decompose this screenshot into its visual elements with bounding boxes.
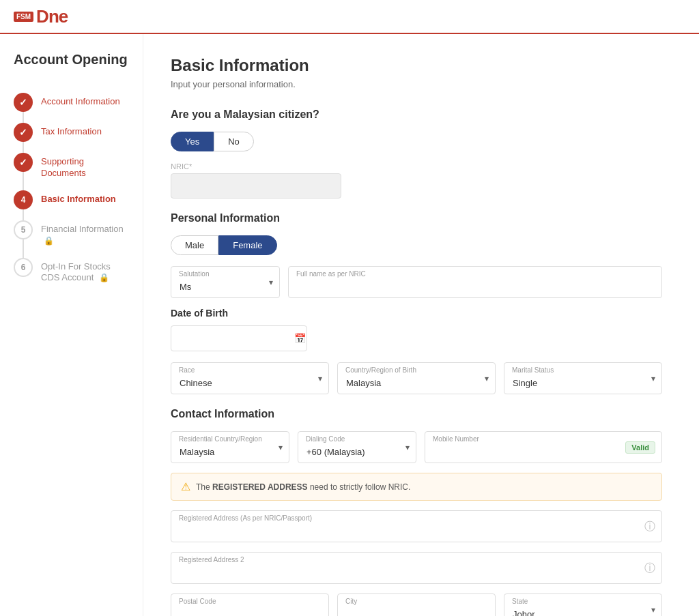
reg-address-label: Registered Address (As per NRIC/Passport…: [179, 514, 312, 522]
header: FSM Dne: [0, 0, 699, 34]
residential-country-field: Residential Country/Region Malaysia Sing…: [171, 431, 289, 463]
step-circle-4: 4: [14, 190, 33, 209]
fullname-label: Full name as per NRIC: [296, 270, 366, 278]
reg-address2-label: Registered Address 2: [179, 556, 244, 563]
race-country-marital-row: Race Chinese Malay Indian Others ▾ Count…: [171, 362, 662, 394]
warning-icon: ⚠: [181, 480, 190, 493]
step-label-5: Financial Information 🔒: [41, 220, 129, 247]
city-input[interactable]: [337, 593, 496, 616]
sidebar-item-financial-information: 5 Financial Information 🔒: [14, 215, 129, 252]
city-field: City: [337, 593, 496, 616]
dialing-code-field: Dialing Code +60 (Malaysia) +65 (Singapo…: [298, 431, 416, 463]
mobile-field-wrap: Mobile Number Valid: [425, 431, 662, 463]
logo-one-text: Dne: [36, 6, 68, 27]
country-birth-field: Country/Region of Birth Malaysia Singapo…: [337, 362, 496, 394]
race-field: Race Chinese Malay Indian Others ▾: [171, 362, 329, 394]
step-number-6: 6: [21, 263, 26, 272]
citizenship-toggle-group: Yes No: [171, 132, 662, 151]
valid-badge: Valid: [625, 441, 655, 454]
gender-female-button[interactable]: Female: [218, 235, 276, 255]
salutation-field: Salutation Ms Mr Dr ▾: [171, 266, 280, 298]
dob-input[interactable]: [180, 334, 294, 344]
postal-city-state-row: Postal Code City State Johor Selangor KL…: [171, 593, 662, 616]
sidebar-items: ✓ Account Information ✓ Tax Information …: [14, 87, 129, 289]
postal-field: Postal Code: [171, 593, 329, 616]
salutation-label: Salutation: [179, 270, 209, 278]
step-label-3: Supporting Documents: [41, 153, 129, 179]
race-label: Race: [179, 366, 195, 374]
residential-dialing-mobile-row: Residential Country/Region Malaysia Sing…: [171, 431, 662, 463]
step-circle-2: ✓: [14, 123, 33, 142]
nric-label: NRIC*: [171, 162, 341, 171]
warning-banner: ⚠ The REGISTERED ADDRESS need to strictl…: [171, 473, 662, 501]
fullname-field: Full name as per NRIC: [288, 266, 662, 298]
citizenship-question: Are you a Malaysian citizen?: [171, 108, 662, 121]
dialing-code-label: Dialing Code: [306, 435, 345, 443]
marital-label: Marital Status: [512, 366, 554, 374]
step-number-5: 5: [21, 225, 26, 235]
main-layout: Account Opening ✓ Account Information ✓ …: [0, 34, 699, 616]
calendar-icon: 📅: [294, 333, 306, 344]
personal-info-title: Personal Information: [171, 212, 662, 224]
sidebar: Account Opening ✓ Account Information ✓ …: [0, 34, 143, 616]
reg-address2-info-icon: ⓘ: [644, 561, 655, 575]
page-title: Basic Information: [171, 56, 662, 75]
reg-address2-field: Registered Address 2 ⓘ: [171, 552, 662, 584]
sidebar-item-basic-information[interactable]: 4 Basic Information: [14, 185, 129, 215]
step-label-1: Account Information: [41, 93, 120, 108]
logo-fsm-badge: FSM: [14, 12, 33, 22]
step-label-6: Opt-In For Stocks CDS Account 🔒: [41, 258, 129, 284]
sidebar-title: Account Opening: [14, 50, 129, 68]
sidebar-item-stocks-cds: 6 Opt-In For Stocks CDS Account 🔒: [14, 252, 129, 290]
step-circle-5: 5: [14, 220, 33, 239]
step-number-4: 4: [21, 195, 26, 205]
nric-field-wrap: NRIC*: [171, 162, 341, 199]
warning-text: The REGISTERED ADDRESS need to strictly …: [196, 482, 410, 492]
postal-label: Postal Code: [179, 598, 216, 605]
page-subtitle: Input your personal information.: [171, 79, 662, 89]
checkmark-1: ✓: [19, 97, 27, 108]
sidebar-item-supporting-documents[interactable]: ✓ Supporting Documents: [14, 147, 129, 185]
residential-country-label: Residential Country/Region: [179, 435, 262, 443]
dob-input-wrap[interactable]: 📅: [171, 325, 307, 351]
lock-icon-6: 🔒: [99, 273, 109, 282]
dob-title: Date of Birth: [171, 308, 662, 319]
checkmark-3: ✓: [19, 157, 27, 168]
step-label-2: Tax Information: [41, 123, 102, 138]
state-label: State: [512, 598, 528, 605]
dob-field-wrap: 📅: [171, 325, 307, 351]
logo: FSM Dne: [14, 6, 68, 27]
content-area: Basic Information Input your personal in…: [143, 34, 689, 616]
step-circle-6: 6: [14, 258, 33, 277]
gender-toggle-group: Male Female: [171, 235, 662, 255]
step-label-4: Basic Information: [41, 190, 116, 205]
step-circle-3: ✓: [14, 153, 33, 172]
lock-icon-5: 🔒: [44, 236, 54, 246]
reg-address-field: Registered Address (As per NRIC/Passport…: [171, 510, 662, 542]
sidebar-item-account-information[interactable]: ✓ Account Information: [14, 87, 129, 117]
country-birth-label: Country/Region of Birth: [345, 366, 416, 374]
citizenship-no-button[interactable]: No: [214, 132, 254, 151]
reg-address2-input[interactable]: [171, 552, 662, 584]
marital-field: Marital Status Single Married Divorced ▾: [504, 362, 662, 394]
state-field: State Johor Selangor KL Penang ▾: [504, 593, 662, 616]
checkmark-2: ✓: [19, 127, 27, 138]
gender-male-button[interactable]: Male: [171, 235, 218, 255]
reg-address-info-icon: ⓘ: [644, 519, 655, 533]
mobile-label: Mobile Number: [433, 435, 479, 443]
nric-input[interactable]: [171, 173, 341, 199]
city-label: City: [345, 598, 357, 605]
citizenship-yes-button[interactable]: Yes: [171, 132, 214, 151]
sidebar-item-tax-information[interactable]: ✓ Tax Information: [14, 117, 129, 147]
contact-info-title: Contact Information: [171, 408, 662, 420]
step-circle-1: ✓: [14, 93, 33, 112]
salutation-fullname-row: Salutation Ms Mr Dr ▾ Full name as per N…: [171, 266, 662, 298]
